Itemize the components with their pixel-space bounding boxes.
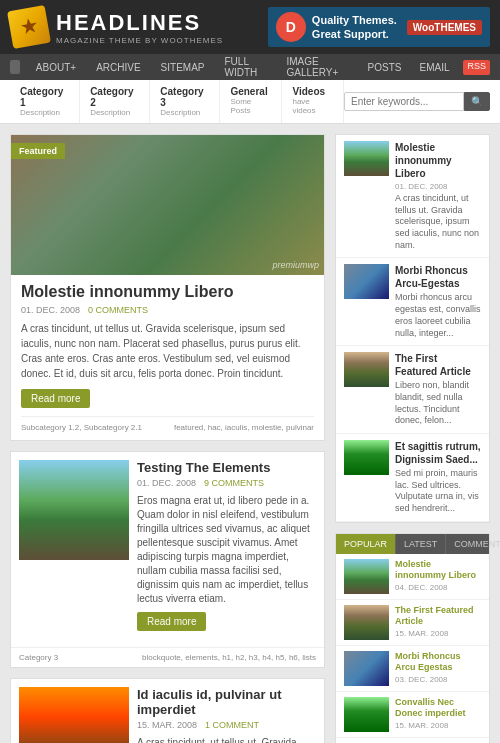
pop-text-1: Molestie innonummy Libero 04. DEC. 2008 xyxy=(395,559,481,594)
sidebar-body-1: A cras tincidunt, ut tellus ut. Gravida … xyxy=(395,193,481,251)
sidebar-title-4[interactable]: Et sagittis rutrum, Dignissim Saed... xyxy=(395,440,481,466)
pop-thumb-4 xyxy=(344,697,389,732)
sidebar-text-3: The First Featured Article Libero non, b… xyxy=(395,352,481,427)
logo-main: HEADLINES xyxy=(56,10,223,36)
sidebar-body-4: Sed mi proin, mauris lac. Sed ultrices. … xyxy=(395,468,481,515)
post-1-thumb xyxy=(19,460,129,560)
sidebar: Molestie innonummy Libero 01. DEC. 2008 … xyxy=(335,134,490,743)
logo-area: ★ HEADLINES MAGAZINE THEME BY WOOTHEMES xyxy=(10,8,223,46)
pop-item-1: Molestie innonummy Libero 04. DEC. 2008 xyxy=(336,554,489,600)
post-2-info: Id iaculis id, pulvinar ut imperdiet 15.… xyxy=(137,687,316,743)
sidebar-thumb-3 xyxy=(344,352,389,387)
sidebar-title-3[interactable]: The First Featured Article xyxy=(395,352,481,378)
sidebar-item-3: The First Featured Article Libero non, b… xyxy=(336,346,489,434)
post-1-meta: 01. DEC. 2008 9 COMMENTS xyxy=(137,478,316,488)
featured-read-more[interactable]: Read more xyxy=(21,389,90,408)
pop-title-2[interactable]: The First Featured Article xyxy=(395,605,481,628)
sidebar-item-1: Molestie innonummy Libero 01. DEC. 2008 … xyxy=(336,135,489,258)
sidebar-item-2: Morbi Rhoncus Arcu-Egestas Morbi rhoncus… xyxy=(336,258,489,346)
nav-gallery[interactable]: IMAGE GALLERY+ xyxy=(282,54,351,80)
post-1-title[interactable]: Testing The Elements xyxy=(137,460,316,475)
logo-text: HEADLINES MAGAZINE THEME BY WOOTHEMES xyxy=(56,10,223,45)
post-1-date: 01. DEC. 2008 xyxy=(137,478,196,488)
main-container: Featured premiumwp Molestie innonummy Li… xyxy=(0,124,500,743)
post-1-footer: Category 3 blockquote, elements, h1, h2,… xyxy=(11,647,324,667)
pop-date-2: 15. MAR. 2008 xyxy=(395,629,481,638)
cat-tab-videos[interactable]: Videos have videos xyxy=(282,80,344,123)
post-2-title[interactable]: Id iaculis id, pulvinar ut imperdiet xyxy=(137,687,316,717)
featured-tags: featured, hac, iaculis, molestie, pulvin… xyxy=(174,423,314,432)
pop-title-1[interactable]: Molestie innonummy Libero xyxy=(395,559,481,582)
category-bar: Category 1 Description Category 2 Descri… xyxy=(0,80,500,124)
featured-meta: 01. DEC. 2008 0 COMMENTS xyxy=(21,305,314,315)
header: ★ HEADLINES MAGAZINE THEME BY WOOTHEMES … xyxy=(0,0,500,54)
cat-tab-general[interactable]: General Some Posts xyxy=(220,80,282,123)
pop-item-2: The First Featured Article 15. MAR. 2008 xyxy=(336,600,489,646)
pop-date-3: 03. DEC. 2008 xyxy=(395,675,481,684)
sidebar-body-3: Libero non, blandit blandit, sed nulla l… xyxy=(395,380,481,427)
featured-image: Featured premiumwp xyxy=(11,135,324,275)
popular-section: POPULAR LATEST COMMENTS TAGS Molestie in… xyxy=(335,533,490,743)
nav-sitemap[interactable]: SITEMAP xyxy=(157,60,209,75)
nav-email[interactable]: EMAIL xyxy=(415,60,453,75)
search-input[interactable] xyxy=(344,92,464,111)
post-1-comments[interactable]: 9 COMMENTS xyxy=(204,478,264,488)
sidebar-thumb-1 xyxy=(344,141,389,176)
popular-tabs: POPULAR LATEST COMMENTS TAGS xyxy=(336,534,489,554)
logo-icon: ★ xyxy=(7,5,51,49)
sidebar-text-4: Et sagittis rutrum, Dignissim Saed... Se… xyxy=(395,440,481,515)
tab-comments[interactable]: COMMENTS xyxy=(446,534,500,554)
cat-tab-3[interactable]: Category 3 Description xyxy=(150,80,220,123)
post-1-inner: Testing The Elements 01. DEC. 2008 9 COM… xyxy=(11,452,324,647)
featured-comments[interactable]: 0 COMMENTS xyxy=(88,305,148,315)
post-1-body: Eros magna erat ut, id libero pede in a.… xyxy=(137,494,316,606)
nav-about[interactable]: ABOUT+ xyxy=(32,60,80,75)
post-2-inner: Id iaculis id, pulvinar ut imperdiet 15.… xyxy=(11,679,324,743)
post-1-read-more[interactable]: Read more xyxy=(137,612,206,631)
nav-right: POSTS EMAIL RSS xyxy=(364,60,490,75)
post-1-cat: Category 3 xyxy=(19,653,58,662)
sidebar-text-2: Morbi Rhoncus Arcu-Egestas Morbi rhoncus… xyxy=(395,264,481,339)
featured-post: Featured premiumwp Molestie innonummy Li… xyxy=(10,134,325,441)
nav-fullwidth[interactable]: FULL WIDTH xyxy=(221,54,271,80)
nav-bar: ABOUT+ ARCHIVE SITEMAP FULL WIDTH IMAGE … xyxy=(0,54,500,80)
featured-subcats: Subcategory 1.2, Subcategory 2.1 xyxy=(21,423,142,432)
post-2: Id iaculis id, pulvinar ut imperdiet 15.… xyxy=(10,678,325,743)
sidebar-thumb-2 xyxy=(344,264,389,299)
cat-tab-2[interactable]: Category 2 Description xyxy=(80,80,150,123)
pop-date-4: 15. MAR. 2008 xyxy=(395,721,481,730)
pop-thumb-2 xyxy=(344,605,389,640)
featured-badge: Featured xyxy=(11,143,65,159)
pop-thumb-1 xyxy=(344,559,389,594)
ad-text: Quality Themes. Great Support. xyxy=(312,13,397,42)
pop-date-1: 04. DEC. 2008 xyxy=(395,583,481,592)
nav-posts[interactable]: POSTS xyxy=(364,60,406,75)
featured-date: 01. DEC. 2008 xyxy=(21,305,80,315)
pop-title-3[interactable]: Morbi Rhoncus Arcu Egestas xyxy=(395,651,481,674)
tab-popular[interactable]: POPULAR xyxy=(336,534,396,554)
sidebar-title-2[interactable]: Morbi Rhoncus Arcu-Egestas xyxy=(395,264,481,290)
featured-footer: Subcategory 1.2, Subcategory 2.1 feature… xyxy=(21,416,314,432)
post-2-comments[interactable]: 1 COMMENT xyxy=(205,720,259,730)
pop-text-4: Convallis Nec Donec imperdiet 15. MAR. 2… xyxy=(395,697,481,732)
sidebar-text-1: Molestie innonummy Libero 01. DEC. 2008 … xyxy=(395,141,481,251)
pop-text-3: Morbi Rhoncus Arcu Egestas 03. DEC. 2008 xyxy=(395,651,481,686)
featured-body: A cras tincidunt, ut tellus ut. Gravida … xyxy=(21,321,314,381)
tab-latest[interactable]: LATEST xyxy=(396,534,446,554)
pop-title-4[interactable]: Convallis Nec Donec imperdiet xyxy=(395,697,481,720)
cat-tab-1[interactable]: Category 1 Description xyxy=(10,80,80,123)
logo-sub: MAGAZINE THEME BY WOOTHEMES xyxy=(56,36,223,45)
post-2-body: A cras tincidunt, ut tellus ut. Gravida … xyxy=(137,736,316,743)
post-2-meta: 15. MAR. 2008 1 COMMENT xyxy=(137,720,316,730)
rss-icon[interactable]: RSS xyxy=(463,60,490,75)
sidebar-date-1: 01. DEC. 2008 xyxy=(395,182,481,191)
content-area: Featured premiumwp Molestie innonummy Li… xyxy=(10,134,325,743)
nav-archive[interactable]: ARCHIVE xyxy=(92,60,144,75)
featured-content: Molestie innonummy Libero 01. DEC. 2008 … xyxy=(11,275,324,440)
ad-banner[interactable]: D Quality Themes. Great Support. WooTHEM… xyxy=(268,7,490,47)
watermark: premiumwp xyxy=(272,260,319,270)
featured-title: Molestie innonummy Libero xyxy=(21,283,314,301)
search-button[interactable]: 🔍 xyxy=(464,92,490,111)
sidebar-title-1[interactable]: Molestie innonummy Libero xyxy=(395,141,481,180)
home-icon[interactable] xyxy=(10,60,20,74)
